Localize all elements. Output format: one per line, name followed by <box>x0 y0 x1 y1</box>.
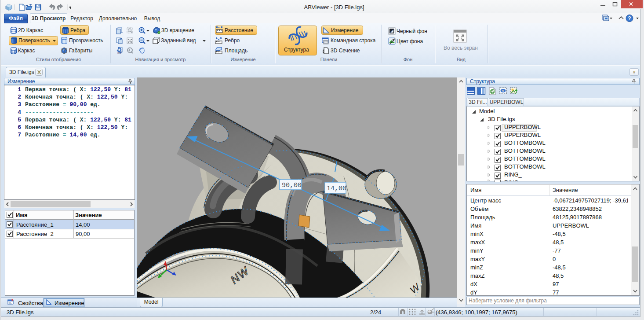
svg-text:90,00: 90,00 <box>282 182 302 189</box>
svg-text:14,00: 14,00 <box>327 185 346 192</box>
svg-text:35°: 35° <box>117 51 122 55</box>
svg-text:?: ? <box>628 15 631 22</box>
